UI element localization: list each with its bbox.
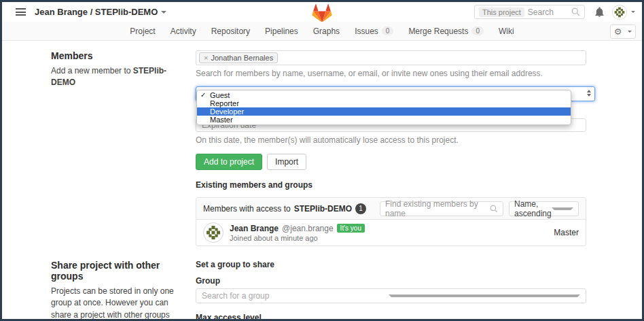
chevron-down-icon: [552, 207, 573, 210]
member-name[interactable]: Jean Brange: [230, 224, 279, 233]
chevron-down-icon[interactable]: [631, 11, 635, 13]
nav-tab-issues[interactable]: Issues0: [355, 27, 393, 36]
share-description: Projects can be stored in only one group…: [51, 286, 182, 321]
global-search-input[interactable]: This project Search: [474, 5, 585, 19]
find-members-input[interactable]: Find existing members by name: [380, 201, 503, 216]
check-icon: ✓: [200, 91, 206, 99]
share-section: Share project with other groups Projects…: [2, 260, 642, 321]
nav-tab-merge-requests[interactable]: Merge Requests0: [408, 27, 484, 36]
option-guest[interactable]: ✓ Guest: [197, 91, 571, 99]
merge-requests-count-badge: 0: [471, 27, 484, 35]
nav-tab-repository[interactable]: Repository: [211, 27, 250, 36]
option-developer-highlighted[interactable]: Developer: [197, 107, 571, 116]
issues-count-badge: 0: [382, 27, 394, 35]
nav-tab-activity[interactable]: Activity: [171, 27, 196, 36]
members-section: Members Add a new member to STEPlib-DEMO…: [2, 50, 642, 246]
notifications-bell-icon[interactable]: [594, 7, 605, 18]
add-to-project-button[interactable]: Add to project: [196, 154, 262, 170]
members-panel-title: Members with access to STEPlib-DEMO 1: [203, 203, 374, 214]
option-master[interactable]: Master: [197, 116, 571, 124]
members-count-badge: 1: [355, 203, 366, 214]
nav-tab-pipelines[interactable]: Pipelines: [265, 27, 298, 36]
members-panel: Members with access to STEPlib-DEMO 1 Fi…: [196, 197, 586, 246]
member-row: Jean Brange @jean.brange It's you Joined…: [196, 220, 586, 246]
hamburger-menu-icon[interactable]: [16, 8, 26, 16]
gear-icon: ⚙: [614, 27, 622, 37]
settings-gear-button[interactable]: ⚙: [610, 24, 636, 39]
chevron-down-icon: [389, 294, 581, 297]
select-stepper-icon: [587, 90, 591, 97]
project-breadcrumb[interactable]: Jean Brange / STEPlib-DEMO: [35, 7, 158, 17]
chevron-down-icon: [628, 31, 632, 33]
chevron-down-icon[interactable]: [161, 11, 166, 14]
window-frame: Jean Brange / STEPlib-DEMO This project …: [0, 0, 644, 321]
top-header-bar: Jean Brange / STEPlib-DEMO This project …: [2, 2, 642, 22]
page-content: Members Add a new member to STEPlib-DEMO…: [2, 50, 642, 321]
nav-tab-graphs[interactable]: Graphs: [313, 27, 340, 36]
member-username: @jean.brange: [282, 224, 334, 233]
option-reporter[interactable]: Reporter: [197, 99, 571, 107]
search-icon: [490, 205, 498, 213]
group-label: Group: [196, 276, 586, 286]
set-group-label: Set a group to share: [196, 260, 586, 269]
member-role: Master: [554, 228, 579, 237]
project-nav-bar: Project Activity Repository Pipelines Gr…: [2, 22, 642, 41]
user-avatar[interactable]: [612, 5, 627, 20]
access-level-dropdown-popup: ✓ Guest Reporter Developer Master: [196, 90, 571, 125]
its-you-badge: It's you: [337, 224, 365, 233]
members-title: Members: [51, 50, 182, 61]
members-subtitle: Add a new member to STEPlib-DEMO: [51, 65, 182, 89]
import-button[interactable]: Import: [267, 154, 306, 170]
share-title: Share project with other groups: [51, 260, 182, 282]
member-search-help: Search for members by name, username, or…: [196, 69, 586, 78]
sort-dropdown[interactable]: Name, ascending: [509, 201, 579, 216]
search-placeholder: Search: [528, 7, 571, 17]
member-token: × Jonathan Bernales: [199, 52, 278, 63]
max-access-label: Max access level: [196, 313, 586, 321]
member-avatar[interactable]: [203, 222, 223, 243]
search-icon: [571, 7, 580, 16]
access-level-select-wrap: ✓ Guest Reporter Developer Master: [196, 86, 586, 101]
expiration-help: On this date, the member(s) will automat…: [196, 135, 586, 145]
nav-tab-wiki[interactable]: Wiki: [499, 27, 514, 36]
existing-members-heading: Existing members and groups: [196, 180, 586, 190]
nav-tab-project[interactable]: Project: [130, 27, 155, 36]
search-scope-chip: This project: [479, 7, 524, 17]
group-select[interactable]: Search for a group: [196, 288, 586, 303]
member-joined-text: Joined about a minute ago: [230, 234, 554, 242]
remove-token-icon[interactable]: ×: [204, 54, 208, 62]
project-nav-links: Project Activity Repository Pipelines Gr…: [130, 27, 514, 36]
member-search-input[interactable]: × Jonathan Bernales: [196, 50, 586, 65]
